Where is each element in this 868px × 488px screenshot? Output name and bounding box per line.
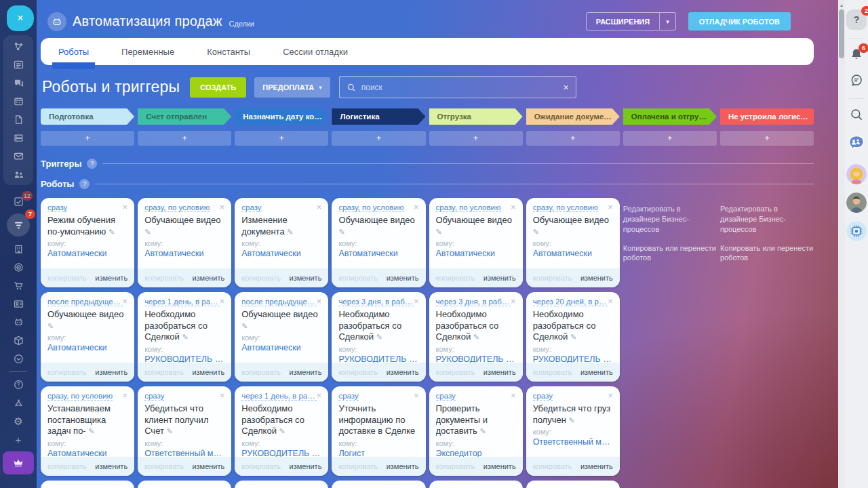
edit-in-designer-link[interactable]: Редактировать в дизайнере Бизнес-процесс… [720, 204, 814, 235]
robot-trigger-link[interactable]: сразу [47, 203, 67, 212]
edit-in-designer-link[interactable]: Редактировать в дизайнере Бизнес-процесс… [623, 204, 717, 235]
chevron-more-icon[interactable] [9, 352, 27, 365]
edit-button[interactable]: изменить [192, 462, 224, 470]
scrollbar-thumb[interactable] [839, 9, 844, 58]
robot-trigger-link[interactable]: через 1 день, в рабоч... [144, 298, 220, 306]
robot-title[interactable]: Необходимо разобраться со Сделкой ✎ [241, 403, 321, 437]
groups-icon[interactable] [9, 168, 27, 180]
copy-button[interactable]: копировать [533, 462, 572, 470]
robot-trigger-link[interactable]: сразу [533, 392, 553, 401]
card-close-icon[interactable]: × [123, 298, 128, 305]
card-close-icon[interactable]: × [608, 298, 613, 305]
edit-button[interactable]: изменить [95, 274, 127, 282]
robot-title[interactable]: Убедиться что клиент получил Счет ✎ [144, 403, 224, 437]
vertical-scrollbar[interactable]: ▲ [838, 0, 845, 488]
copy-button[interactable]: копировать [144, 368, 184, 376]
edit-button[interactable]: изменить [192, 368, 224, 376]
card-close-icon[interactable]: × [414, 392, 419, 399]
robot-title[interactable]: Уточнить информацию по доставке в Сделке… [338, 403, 418, 437]
copy-button[interactable]: копировать [533, 368, 572, 376]
card-close-icon[interactable]: × [123, 203, 128, 211]
add-robot-button[interactable]: + [41, 131, 134, 146]
edit-button[interactable]: изменить [580, 368, 613, 376]
notifications-bell-icon[interactable]: 6 [849, 47, 864, 64]
robot-recipient-link[interactable]: Автоматически [436, 249, 516, 258]
search-rail-icon[interactable] [849, 107, 864, 125]
card-close-icon[interactable]: × [511, 203, 516, 211]
card-close-icon[interactable]: × [414, 298, 419, 305]
edit-button[interactable]: изменить [387, 274, 419, 282]
help-icon[interactable]: ? [9, 378, 27, 390]
add-robot-button[interactable]: + [526, 131, 620, 146]
add-robot-button[interactable]: + [429, 131, 523, 146]
stage-oplachena[interactable]: Оплачена и отгружена [623, 108, 717, 125]
robot-recipient-link[interactable]: Ответственный мен... [533, 437, 613, 447]
edit-button[interactable]: изменить [484, 462, 516, 470]
robot-trigger-link[interactable]: через 20 дней, в рабо... [533, 298, 608, 306]
robot-trigger-link[interactable]: после предыдущего, п... [241, 298, 317, 306]
robot-title[interactable]: Обучающее видео ✎ [533, 215, 613, 237]
robot-trigger-link[interactable]: сразу [436, 392, 456, 401]
copy-button[interactable]: копировать [144, 274, 184, 282]
robot-trigger-link[interactable]: через 3 дня, в рабоче... [338, 298, 414, 306]
crm-funnel-icon[interactable]: 7 [7, 214, 30, 237]
sidebar-collapse-button[interactable]: × [7, 5, 34, 31]
robot-title[interactable]: Обучающее видео ✎ [241, 309, 321, 331]
helpdesk-button[interactable]: ?2 [846, 9, 867, 30]
search-clear-icon[interactable]: × [564, 82, 569, 93]
funnel-selector-button[interactable]: ПРЕДОПЛАТА ▾ [254, 77, 330, 98]
robot-recipient-link[interactable]: Автоматически [47, 249, 127, 258]
robot-title[interactable]: Необходимо разобраться со Сделкой ✎ [144, 309, 224, 343]
card-close-icon[interactable]: × [414, 203, 419, 211]
copy-button[interactable]: копировать [241, 274, 281, 282]
robot-recipient-link[interactable]: Автоматически [47, 343, 127, 352]
add-robot-button[interactable]: + [720, 131, 814, 146]
market-box-icon[interactable] [9, 334, 27, 346]
robot-trigger-link[interactable]: сразу [144, 392, 164, 401]
add-robot-button[interactable]: + [235, 131, 328, 146]
copy-button[interactable]: копировать [338, 368, 378, 376]
contact-card-icon[interactable] [9, 298, 27, 310]
card-close-icon[interactable]: × [220, 392, 225, 399]
copy-move-robots-link[interactable]: Копировать или перенести роботов [720, 243, 814, 264]
copy-button[interactable]: копировать [436, 274, 475, 282]
card-close-icon[interactable]: × [511, 392, 516, 399]
edit-button[interactable]: изменить [580, 462, 613, 470]
robot-trigger-link[interactable]: после предыдущего, п... [47, 298, 123, 306]
robot-title[interactable]: Необходимо разобраться со Сделкой ✎ [338, 309, 418, 343]
robot-title[interactable]: Устанавливаем постановщика задач по- ✎ [47, 403, 127, 437]
robot-title[interactable]: Обучающее видео ✎ [144, 215, 224, 237]
robot-title[interactable]: Обучающее видео ✎ [338, 215, 418, 237]
stage-logistika[interactable]: Логистика [332, 108, 425, 125]
shop-cart-icon[interactable] [9, 279, 27, 291]
robot-title[interactable]: Обучающее видео ✎ [436, 215, 516, 237]
stage-naznachit-datu[interactable]: Назначить дату контак... [235, 108, 328, 125]
robot-title[interactable]: Необходимо разобраться со Сделкой ✎ [533, 309, 613, 343]
triggers-help-icon[interactable]: ? [87, 159, 97, 169]
edit-button[interactable]: изменить [290, 368, 322, 376]
copy-button[interactable]: копировать [47, 368, 87, 376]
copy-button[interactable]: копировать [47, 462, 87, 470]
search-input[interactable] [361, 83, 558, 92]
robot-recipient-link[interactable]: Автоматически [338, 249, 418, 258]
robot-recipient-link[interactable]: Автоматически [241, 343, 321, 352]
extensions-caret-icon[interactable]: ▾ [659, 13, 675, 30]
user-avatar-man[interactable] [846, 192, 867, 213]
drive-icon[interactable] [9, 131, 27, 144]
tab-variables[interactable]: Переменные [120, 39, 176, 64]
copy-button[interactable]: копировать [436, 368, 475, 376]
robots-help-icon[interactable]: ? [79, 179, 90, 189]
robot-title[interactable]: Проверить документы и доставить ✎ [436, 403, 516, 437]
tab-debug-sessions[interactable]: Сессии отладки [281, 39, 349, 64]
copy-button[interactable]: копировать [144, 462, 184, 470]
extensions-button[interactable]: РАСШИРЕНИЯ ▾ [586, 12, 676, 30]
timeline-comment-icon[interactable] [849, 73, 864, 90]
robot-recipient-link[interactable]: Автоматически [144, 249, 224, 258]
stage-ozhidanie-dok[interactable]: Ожидание документов [526, 108, 620, 125]
robot-recipient-link[interactable]: Автоматически [533, 249, 613, 258]
card-close-icon[interactable]: × [608, 203, 613, 211]
card-close-icon[interactable]: × [317, 392, 322, 399]
documents-icon[interactable] [9, 113, 27, 125]
tab-constants[interactable]: Константы [205, 39, 252, 64]
robot-title[interactable]: Необходимо разобраться со Сделкой ✎ [436, 309, 516, 343]
